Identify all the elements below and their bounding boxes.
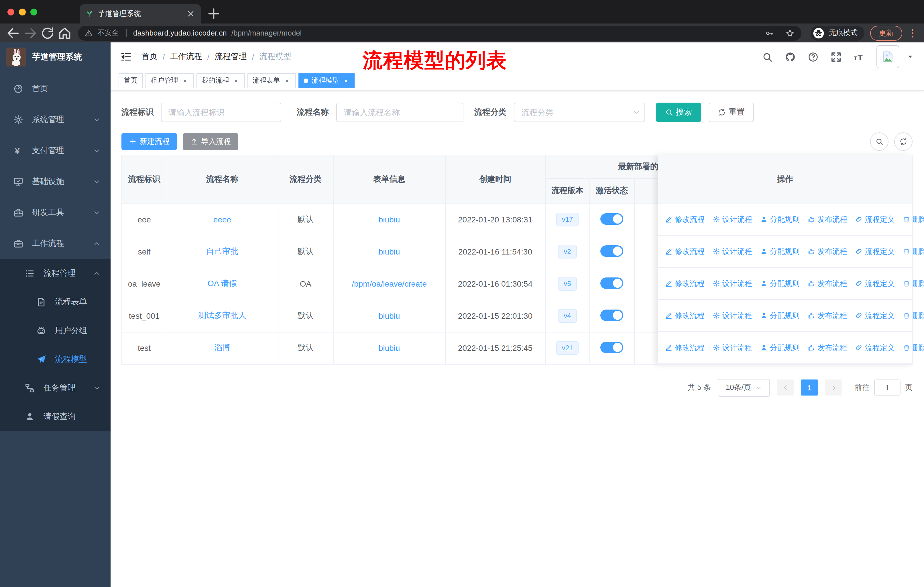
sidebar-item-process-management[interactable]: 流程管理 bbox=[0, 259, 111, 288]
sidebar-item-user-group[interactable]: 用户分组 bbox=[0, 316, 111, 345]
process-name-input[interactable] bbox=[336, 103, 464, 122]
tag-流程模型[interactable]: 流程模型× bbox=[299, 73, 355, 88]
sidebar-item-dev-tools[interactable]: 研发工具 bbox=[0, 197, 111, 228]
delete-link[interactable]: 删除 bbox=[903, 214, 924, 225]
modify-process-link[interactable]: 修改流程 bbox=[665, 246, 705, 256]
delete-link[interactable]: 删除 bbox=[903, 311, 924, 321]
process-name-link[interactable]: 测试多审批人 bbox=[198, 311, 246, 320]
form-info-link[interactable]: /bpm/oa/leave/create bbox=[352, 279, 427, 288]
github-icon[interactable] bbox=[785, 51, 796, 62]
tag-close-icon[interactable]: × bbox=[182, 77, 188, 84]
assign-rule-link[interactable]: 分配规则 bbox=[760, 311, 800, 321]
header-search-icon[interactable] bbox=[762, 51, 773, 62]
sidebar-item-infrastructure[interactable]: 基础设施 bbox=[0, 166, 111, 197]
browser-tab[interactable]: 芋道管理系统 bbox=[80, 4, 201, 23]
publish-process-link[interactable]: 发布流程 bbox=[808, 246, 847, 256]
process-definition-link[interactable]: 流程定义 bbox=[855, 278, 895, 289]
tag-close-icon[interactable]: × bbox=[284, 77, 290, 84]
form-info-link[interactable]: biubiu bbox=[379, 343, 400, 352]
home-button[interactable] bbox=[57, 25, 72, 40]
delete-link[interactable]: 删除 bbox=[903, 246, 924, 256]
form-info-link[interactable]: biubiu bbox=[379, 311, 400, 321]
back-button[interactable] bbox=[6, 25, 21, 40]
reload-button[interactable] bbox=[40, 25, 55, 40]
tab-close-icon[interactable] bbox=[186, 9, 195, 18]
avatar-caret-icon[interactable] bbox=[907, 53, 914, 60]
sidebar-item-home[interactable]: 首页 bbox=[0, 73, 111, 104]
process-definition-link[interactable]: 流程定义 bbox=[855, 246, 895, 256]
process-name-link[interactable]: 自己审批 bbox=[206, 246, 238, 256]
tag-流程表单[interactable]: 流程表单× bbox=[248, 73, 295, 88]
design-process-link[interactable]: 设计流程 bbox=[713, 246, 752, 256]
next-page-button[interactable] bbox=[825, 379, 842, 395]
toggle-search-button[interactable] bbox=[870, 132, 888, 151]
prev-page-button[interactable] bbox=[777, 379, 794, 395]
tag-租户管理[interactable]: 租户管理× bbox=[145, 73, 194, 88]
modify-process-link[interactable]: 修改流程 bbox=[665, 278, 705, 289]
assign-rule-link[interactable]: 分配规则 bbox=[760, 278, 800, 289]
key-icon[interactable] bbox=[765, 28, 774, 38]
maximize-window-button[interactable] bbox=[30, 8, 37, 15]
active-toggle[interactable] bbox=[601, 341, 623, 353]
modify-process-link[interactable]: 修改流程 bbox=[665, 342, 705, 353]
process-name-link[interactable]: eeee bbox=[213, 215, 231, 224]
process-name-link[interactable]: OA 请假 bbox=[208, 279, 237, 288]
current-page-button[interactable]: 1 bbox=[801, 379, 818, 395]
minimize-window-button[interactable] bbox=[19, 8, 26, 15]
refresh-table-button[interactable] bbox=[894, 132, 912, 151]
bookmark-star-icon[interactable] bbox=[785, 28, 795, 38]
design-process-link[interactable]: 设计流程 bbox=[713, 214, 752, 225]
sidebar-item-leave-query[interactable]: 请假查询 bbox=[0, 402, 111, 431]
sidebar-collapse-icon[interactable] bbox=[120, 51, 132, 63]
active-toggle[interactable] bbox=[601, 245, 623, 256]
publish-process-link[interactable]: 发布流程 bbox=[808, 214, 847, 225]
tag-close-icon[interactable]: × bbox=[233, 77, 239, 84]
modify-process-link[interactable]: 修改流程 bbox=[665, 214, 705, 225]
modify-process-link[interactable]: 修改流程 bbox=[665, 311, 705, 321]
assign-rule-link[interactable]: 分配规则 bbox=[760, 246, 800, 256]
assign-rule-link[interactable]: 分配规则 bbox=[760, 342, 800, 353]
process-name-link[interactable]: 滔博 bbox=[214, 343, 230, 352]
chrome-update-button[interactable]: 更新 bbox=[870, 25, 902, 40]
browser-menu-icon[interactable] bbox=[907, 25, 918, 40]
tag-close-icon[interactable]: × bbox=[343, 77, 350, 84]
reset-button[interactable]: 重置 bbox=[709, 103, 754, 122]
process-definition-link[interactable]: 流程定义 bbox=[855, 214, 895, 225]
search-button[interactable]: 搜索 bbox=[656, 103, 701, 122]
import-process-button[interactable]: 导入流程 bbox=[183, 133, 238, 150]
breadcrumb-item[interactable]: 首页 bbox=[142, 51, 158, 62]
active-toggle[interactable] bbox=[601, 309, 623, 321]
create-process-button[interactable]: 新建流程 bbox=[121, 133, 177, 150]
breadcrumb-item[interactable]: 工作流程 bbox=[170, 51, 202, 62]
tag-我的流程[interactable]: 我的流程× bbox=[196, 73, 244, 88]
delete-link[interactable]: 删除 bbox=[903, 278, 924, 289]
sidebar-item-process-model[interactable]: 流程模型 bbox=[0, 345, 111, 374]
fullscreen-icon[interactable] bbox=[831, 51, 842, 62]
security-label[interactable]: 不安全 bbox=[97, 28, 119, 38]
process-category-select[interactable] bbox=[514, 103, 645, 122]
goto-page-input[interactable] bbox=[874, 379, 901, 395]
page-size-select[interactable]: 10条/页 bbox=[718, 379, 770, 397]
form-info-link[interactable]: biubiu bbox=[379, 247, 400, 256]
design-process-link[interactable]: 设计流程 bbox=[713, 278, 752, 289]
forward-button[interactable] bbox=[23, 25, 38, 40]
publish-process-link[interactable]: 发布流程 bbox=[808, 342, 847, 353]
help-icon[interactable] bbox=[808, 51, 818, 62]
avatar[interactable] bbox=[876, 45, 899, 68]
process-id-input[interactable] bbox=[161, 103, 281, 122]
design-process-link[interactable]: 设计流程 bbox=[713, 342, 752, 353]
sidebar-item-task-management[interactable]: 任务管理 bbox=[0, 374, 111, 402]
publish-process-link[interactable]: 发布流程 bbox=[808, 311, 847, 321]
assign-rule-link[interactable]: 分配规则 bbox=[760, 214, 800, 225]
sidebar-item-workflow[interactable]: 工作流程 bbox=[0, 228, 111, 259]
tag-首页[interactable]: 首页 bbox=[119, 73, 143, 88]
new-tab-button[interactable] bbox=[206, 6, 222, 22]
form-info-link[interactable]: biubiu bbox=[379, 215, 400, 224]
sidebar-item-system-management[interactable]: 系统管理 bbox=[0, 104, 111, 135]
sidebar-item-payment-management[interactable]: ¥ 支付管理 bbox=[0, 135, 111, 166]
publish-process-link[interactable]: 发布流程 bbox=[808, 278, 847, 289]
design-process-link[interactable]: 设计流程 bbox=[713, 311, 752, 321]
breadcrumb-item[interactable]: 流程管理 bbox=[215, 51, 247, 62]
active-toggle[interactable] bbox=[601, 213, 623, 225]
address-bar[interactable]: 不安全 dashboard.yudao.iocoder.cn/bpm/manag… bbox=[78, 25, 802, 40]
